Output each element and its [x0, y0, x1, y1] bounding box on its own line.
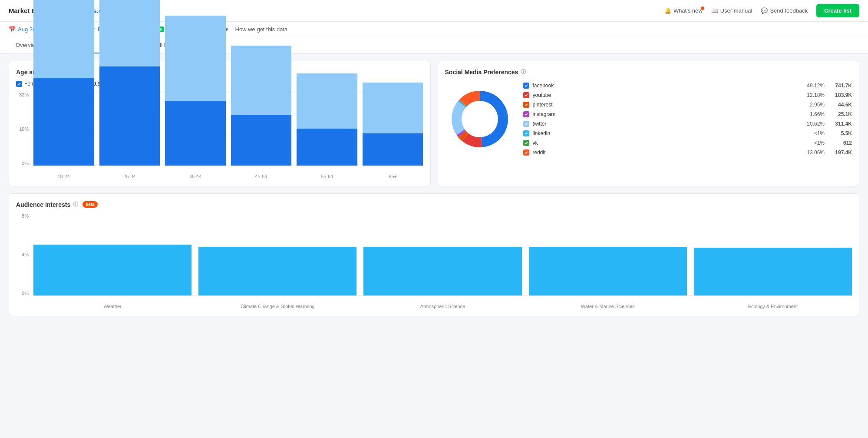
x-label-18-24: 18-24	[33, 172, 94, 179]
donut-segment-twitter	[452, 101, 465, 135]
social-name-reddit: reddit	[533, 149, 800, 156]
social-count-vk: 612	[828, 140, 852, 146]
age-sex-card: Age and Sex ⓘ Female 49.08% Male 50.92%	[9, 61, 431, 186]
donut-chart	[445, 84, 515, 154]
donut-segment-facebook	[480, 91, 508, 147]
interest-bar	[363, 247, 521, 295]
social-name-linkedin: linkedin	[533, 130, 800, 136]
info-icon-audience[interactable]: ⓘ	[73, 201, 78, 208]
bell-icon: 🔔	[664, 7, 671, 14]
how-data-label: How we get this data	[235, 26, 288, 33]
how-data-link[interactable]: How we get this data	[235, 26, 288, 33]
interest-x-labels: WeatherClimate Change & Global WarmingAt…	[33, 302, 852, 309]
social-pct-linkedin: <1%	[803, 130, 825, 136]
interest-y-axis: 8% 4% 0%	[16, 213, 31, 296]
x-label-65plus: 65+	[363, 172, 423, 179]
social-name-pinterest: pinterest	[533, 102, 800, 108]
social-pct-vk: <1%	[803, 140, 825, 146]
social-name-youtube: youtube	[533, 92, 800, 98]
audience-chart: 8% 4% 0% WeatherClimate Change & Global …	[16, 213, 852, 309]
male-bar	[297, 129, 357, 166]
create-list-button[interactable]: Create list	[816, 4, 859, 17]
social-check-youtube	[523, 92, 529, 98]
male-bar	[165, 101, 226, 166]
social-row-linkedin: linkedin<1%5.5K	[523, 129, 852, 138]
interest-bar-group	[363, 213, 521, 295]
user-manual-button[interactable]: 📖 User manual	[711, 7, 752, 14]
social-count-reddit: 197.4K	[828, 149, 852, 156]
audience-title-text: Audience Interests	[16, 201, 70, 208]
social-count-linkedin: 5.5K	[828, 130, 852, 136]
social-media-title-text: Social Media Preferences	[445, 69, 518, 76]
interest-bar	[529, 247, 687, 295]
send-feedback-button[interactable]: 💬 Send feedback	[761, 7, 808, 14]
bar-group-18-24	[33, 92, 94, 166]
social-row-vk: vk<1%612	[523, 138, 852, 148]
male-bar	[231, 115, 292, 166]
interest-x-label: Climate Change & Global Warming	[198, 302, 356, 309]
social-pct-reddit: 13.06%	[803, 149, 825, 156]
social-count-twitter: 311.4K	[828, 121, 852, 127]
male-bar	[363, 133, 423, 166]
chat-icon: 💬	[761, 7, 768, 14]
social-row-reddit: reddit13.06%197.4K	[523, 148, 852, 157]
age-sex-chart: 32% 16% 0% 18-24 25-34 35-44 45-54 55-64…	[16, 92, 423, 179]
send-feedback-label: Send feedback	[770, 7, 808, 14]
interest-bar-group	[33, 213, 191, 295]
social-check-reddit	[523, 149, 529, 156]
main-content: Age and Sex ⓘ Female 49.08% Male 50.92%	[0, 54, 868, 323]
interest-y-0: 0%	[22, 291, 29, 296]
info-icon-social[interactable]: ⓘ	[521, 68, 526, 76]
female-bar	[165, 16, 226, 101]
x-label-45-54: 45-54	[231, 172, 292, 179]
interest-bar	[198, 247, 356, 295]
x-label-25-34: 25-34	[99, 172, 160, 179]
bars-container	[33, 92, 423, 166]
social-row-twitter: twitter20.62%311.4K	[523, 119, 852, 129]
audience-title: Audience Interests ⓘ beta	[16, 201, 852, 208]
bar-group-55-64	[297, 92, 357, 166]
male-bar	[33, 78, 94, 166]
social-count-youtube: 183.9K	[828, 92, 852, 98]
social-name-vk: vk	[533, 140, 800, 146]
interest-bar	[694, 248, 852, 295]
header-right: 🔔 What's new 📖 User manual 💬 Send feedba…	[664, 4, 859, 17]
y-axis: 32% 16% 0%	[16, 92, 31, 166]
social-row-pinterest: pinterest2.95%44.6K	[523, 100, 852, 110]
social-check-pinterest	[523, 102, 529, 108]
y-label-16: 16%	[19, 126, 29, 132]
audience-interests-card: Audience Interests ⓘ beta 8% 4% 0% Weath…	[9, 193, 859, 316]
social-content: facebook49.12%741.7Kyoutube12.18%183.9Kp…	[445, 81, 852, 157]
female-bar	[363, 83, 423, 133]
female-bar	[231, 46, 292, 115]
calendar-icon: 📅	[9, 26, 16, 33]
row-2: Audience Interests ⓘ beta 8% 4% 0% Weath…	[9, 193, 859, 316]
social-row-youtube: youtube12.18%183.9K	[523, 90, 852, 100]
interest-bar	[33, 245, 191, 295]
interest-y-4: 4%	[22, 252, 29, 257]
whats-new-button[interactable]: 🔔 What's new	[664, 7, 703, 14]
donut-svg	[445, 84, 515, 154]
interest-bar-group	[198, 213, 356, 295]
row-1: Age and Sex ⓘ Female 49.08% Male 50.92%	[9, 61, 859, 186]
social-name-twitter: twitter	[533, 121, 800, 127]
interest-x-label: Atmospheric Science	[363, 302, 521, 309]
x-labels: 18-24 25-34 35-44 45-54 55-64 65+	[33, 172, 423, 179]
bar-group-45-54	[231, 92, 292, 166]
social-row-instagram: instagram1.66%25.1K	[523, 110, 852, 119]
interest-x-label: Weather	[33, 302, 191, 309]
female-bar	[33, 0, 94, 78]
social-count-instagram: 25.1K	[828, 111, 852, 117]
user-manual-label: User manual	[720, 7, 752, 14]
social-pct-instagram: 1.66%	[803, 111, 825, 117]
bar-group-35-44	[165, 92, 226, 166]
social-check-instagram	[523, 111, 529, 117]
social-count-facebook: 741.7K	[828, 83, 852, 89]
notification-dot	[701, 7, 704, 10]
social-check-twitter	[523, 121, 529, 127]
social-check-facebook	[523, 83, 529, 89]
book-icon: 📖	[711, 7, 718, 14]
male-bar	[99, 66, 160, 166]
female-checkbox	[16, 81, 22, 87]
bar-group-65+	[363, 92, 423, 166]
